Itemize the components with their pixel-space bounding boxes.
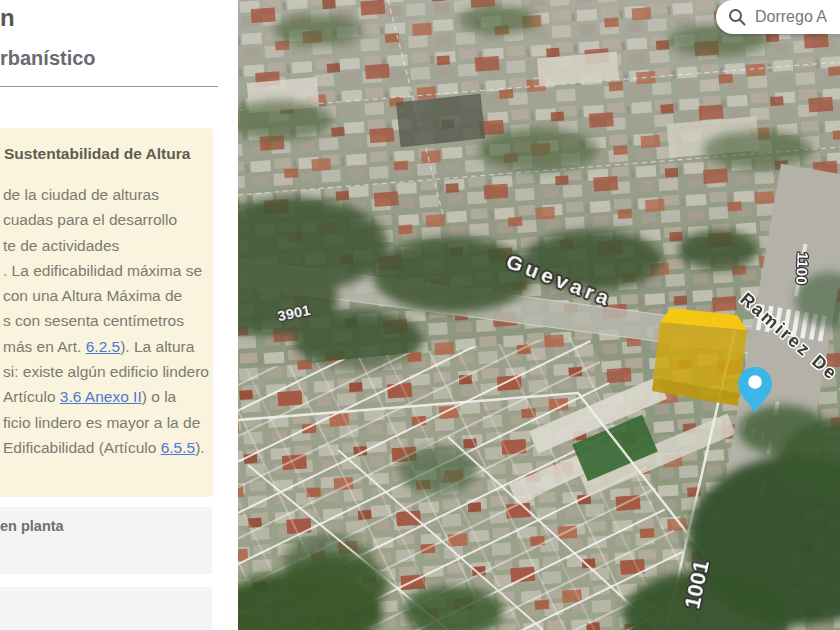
note-body: de la ciudad de alturas cuadas para el d…	[3, 182, 213, 460]
note-line: te de actividades	[3, 233, 213, 258]
note-line: de la ciudad de alturas	[3, 182, 213, 207]
map-viewport[interactable]: Guevara Ramirez De Ve 1100 3901 1001	[238, 0, 840, 630]
section-collapsed[interactable]	[0, 587, 212, 630]
aerial-map[interactable]: Guevara Ramirez De Ve 1100 3901 1001	[238, 0, 840, 630]
sustainability-note-panel: Sustentabilidad de Altura de la ciudad d…	[0, 128, 213, 497]
note-line: con una Altura Máxima de	[3, 283, 213, 308]
link-art-6-2-5[interactable]: 6.2.5	[86, 338, 120, 355]
link-art-6-5-5[interactable]: 6.5.5	[161, 439, 195, 456]
section-label: en planta	[0, 507, 212, 534]
note-line: s con sesenta centímetros	[3, 308, 213, 333]
number-label-1100: 1100	[793, 252, 812, 285]
search-bar[interactable]: Dorrego A	[716, 0, 840, 34]
header-divider	[0, 86, 218, 87]
building-highlight-block[interactable]	[652, 308, 747, 406]
note-line: . La edificabilidad máxima se	[3, 258, 213, 283]
page-title-fragment: n	[0, 4, 15, 32]
page-subtitle-fragment: rbanístico	[0, 47, 96, 70]
link-art-3-6-anexo-ii[interactable]: 3.6 Anexo II	[60, 388, 142, 405]
section-label	[0, 587, 212, 598]
search-icon	[728, 8, 746, 26]
note-heading: Sustentabilidad de Altura	[4, 145, 213, 163]
search-query: Dorrego A	[755, 8, 827, 26]
sidebar-panel: n rbanístico Sustentabilidad de Altura d…	[0, 0, 238, 630]
note-line: cuadas para el desarrollo	[3, 207, 213, 232]
app-window: Guevara Ramirez De Ve 1100 3901 1001 Dor…	[0, 0, 840, 630]
note-line: si: existe algún edificio lindero	[3, 359, 213, 384]
note-line: Edificabilidad (Artículo 6.5.5).	[3, 435, 213, 460]
section-en-planta[interactable]: en planta	[0, 507, 212, 574]
note-line: Artículo 3.6 Anexo II) o la	[3, 384, 213, 409]
note-line: más en Art. 6.2.5). La altura	[3, 334, 213, 359]
note-line: ficio lindero es mayor a la de	[3, 410, 213, 435]
